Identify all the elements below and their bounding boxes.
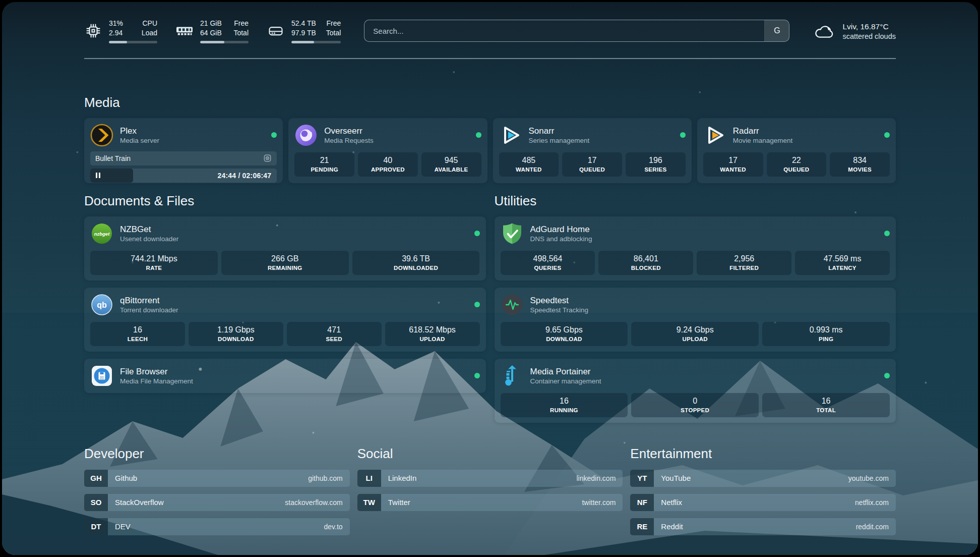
- bookmark-name: Twitter: [381, 494, 582, 511]
- bookmark-dev[interactable]: DT DEV dev.to: [84, 518, 350, 535]
- service-name[interactable]: qBittorrent: [120, 295, 178, 306]
- status-dot: [476, 132, 481, 138]
- stat-label: WANTED: [501, 166, 557, 173]
- bookmark-url: github.com: [308, 470, 349, 487]
- service-name[interactable]: AdGuard Home: [530, 224, 592, 235]
- stat-label: REMAINING: [223, 265, 347, 271]
- memory-icon: [175, 25, 194, 37]
- resource-widgets: 31% 2.94 CPU Load: [84, 19, 341, 43]
- cpu-usage-value: 31%: [109, 19, 123, 28]
- memory-total-label: Total: [233, 28, 249, 38]
- bookmark-youtube[interactable]: YT YouTube youtube.com: [630, 470, 896, 487]
- bookmark-name: Netflix: [654, 494, 855, 511]
- stat-block: 744.21 Mbps RATE: [90, 251, 218, 275]
- svg-text:nzbget: nzbget: [94, 231, 110, 237]
- stat-value: 21: [296, 156, 352, 165]
- stat-block: 40 APPROVED: [358, 152, 418, 177]
- service-name[interactable]: Speedtest: [530, 295, 589, 306]
- service-subtitle: Media Requests: [324, 137, 374, 144]
- stat-label: BLOCKED: [600, 265, 691, 271]
- disk-icon: [267, 23, 285, 38]
- bookmark-url: linkedin.com: [577, 470, 623, 487]
- filebrowser-icon: [90, 364, 113, 387]
- stat-block: 47.569 ms LATENCY: [795, 251, 890, 275]
- service-name[interactable]: NZBGet: [120, 224, 178, 235]
- speedtest-icon: [501, 293, 524, 316]
- cpu-usage-label: CPU: [142, 19, 157, 28]
- status-dot: [474, 231, 480, 236]
- service-name[interactable]: Sonarr: [529, 126, 590, 137]
- status-dot: [884, 132, 890, 138]
- bookmark-linkedin[interactable]: LI LinkedIn linkedin.com: [357, 470, 623, 487]
- bookmark-name: Reddit: [654, 518, 855, 535]
- stat-label: AVAILABLE: [423, 166, 479, 173]
- qbittorrent-card: qb qBittorrent Torrent downloader 16 LEE…: [84, 288, 486, 352]
- disk-widget: 52.4 TB 97.9 TB Free Total: [267, 19, 341, 43]
- bookmark-group-developer: Developer GH Github github.com SO StackO…: [84, 435, 350, 542]
- plex-card: Plex Media server Bullet Train: [84, 118, 283, 183]
- stat-block: 16 LEECH: [90, 322, 185, 346]
- status-dot: [474, 302, 480, 307]
- section-title-utilities: Utilities: [495, 193, 896, 209]
- service-name[interactable]: Plex: [120, 126, 159, 137]
- stat-label: DOWNLOADED: [354, 265, 478, 271]
- search-input[interactable]: [364, 20, 764, 41]
- bookmark-github[interactable]: GH Github github.com: [84, 470, 350, 487]
- stat-block: 0.993 ms PING: [762, 322, 890, 346]
- stat-value: 16: [92, 325, 183, 335]
- stat-label: RATE: [92, 265, 216, 271]
- memory-progress-track: [200, 41, 249, 43]
- stat-value: 0.993 ms: [764, 325, 888, 335]
- bookmark-name: LinkedIn: [381, 470, 577, 487]
- memory-free-label: Free: [233, 19, 249, 28]
- stat-value: 618.52 Mbps: [387, 325, 478, 335]
- cpu-progress-fill: [109, 41, 127, 43]
- stat-block: 1.19 Gbps DOWNLOAD: [189, 322, 283, 346]
- top-bar: 31% 2.94 CPU Load: [84, 2, 896, 43]
- stat-value: 17: [564, 156, 620, 165]
- stat-value: 498,564: [503, 254, 593, 263]
- stat-block: 945 AVAILABLE: [421, 152, 481, 177]
- stat-block: 2,956 FILTERED: [697, 251, 791, 275]
- disk-free-value: 52.4 TB: [291, 19, 316, 28]
- service-name[interactable]: File Browser: [120, 366, 193, 377]
- bookmark-abbr: LI: [357, 470, 381, 487]
- stat-label: RUNNING: [503, 407, 626, 413]
- stat-block: 0 STOPPED: [631, 393, 759, 417]
- bookmark-reddit[interactable]: RE Reddit reddit.com: [630, 518, 896, 535]
- stat-label: LATENCY: [797, 265, 888, 271]
- stat-block: 9.24 Gbps UPLOAD: [631, 322, 759, 346]
- stat-block: 39.6 TB DOWNLOADED: [352, 251, 480, 275]
- disk-total-value: 97.9 TB: [291, 28, 316, 38]
- bookmark-abbr: RE: [630, 518, 654, 535]
- stat-value: 17: [705, 156, 761, 165]
- stat-label: UPLOAD: [633, 336, 757, 342]
- plex-icon: [90, 124, 113, 147]
- service-name[interactable]: Media Portainer: [530, 366, 601, 377]
- stat-label: UPLOAD: [387, 336, 478, 342]
- stat-block: 834 MOVIES: [830, 152, 890, 177]
- disk-progress-track: [291, 41, 341, 43]
- stat-block: 618.52 Mbps UPLOAD: [385, 322, 480, 346]
- bookmark-stackoverflow[interactable]: SO StackOverflow stackoverflow.com: [84, 494, 350, 511]
- service-name[interactable]: Radarr: [733, 126, 793, 137]
- bookmark-abbr: NF: [630, 494, 654, 511]
- pause-icon[interactable]: [96, 173, 100, 178]
- service-name[interactable]: Overseerr: [324, 126, 374, 137]
- stat-label: DOWNLOAD: [191, 336, 281, 342]
- bookmark-abbr: SO: [84, 494, 108, 511]
- bookmark-netflix[interactable]: NF Netflix netflix.com: [630, 494, 896, 511]
- memory-total-value: 64 GiB: [200, 28, 222, 38]
- status-dot: [884, 373, 890, 378]
- disk-free-label: Free: [326, 19, 341, 28]
- search-provider-button[interactable]: G: [764, 20, 789, 41]
- cpu-progress-track: [109, 41, 157, 43]
- section-title-social: Social: [357, 446, 623, 462]
- section-title-documents: Documents & Files: [84, 193, 486, 209]
- service-subtitle: Movie management: [733, 137, 793, 144]
- service-subtitle: Usenet downloader: [120, 235, 178, 243]
- stat-label: DOWNLOAD: [503, 336, 626, 342]
- bookmark-twitter[interactable]: TW Twitter twitter.com: [357, 494, 623, 511]
- bookmark-url: youtube.com: [848, 470, 896, 487]
- stat-block: 16 TOTAL: [762, 393, 890, 417]
